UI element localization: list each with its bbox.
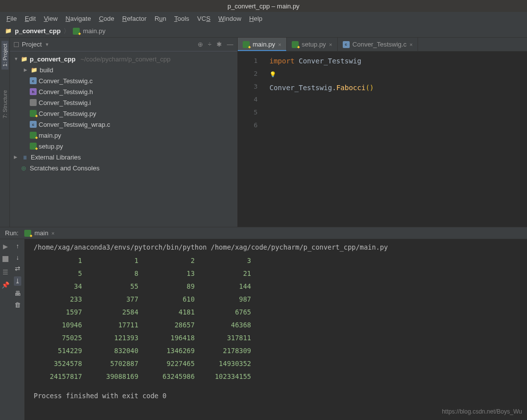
c-file-icon: c <box>343 41 350 48</box>
python-icon <box>73 28 80 35</box>
tree-root[interactable]: ▼ p_convert_cpp ~/code/pycharm/p_convert… <box>10 53 237 64</box>
arrow-down-icon: ▼ <box>14 56 19 61</box>
soft-wrap-icon[interactable]: ⇄ <box>15 265 20 272</box>
console-output[interactable]: /home/xag/anaconda3/envs/pytorch/bin/pyt… <box>25 239 527 420</box>
menu-window[interactable]: Window <box>215 13 245 24</box>
close-icon[interactable]: × <box>329 42 332 48</box>
project-view-icon <box>14 42 19 47</box>
console-cmd: /home/xag/anaconda3/envs/pytorch/bin/pyt… <box>34 243 518 251</box>
print-icon[interactable]: 🖶 <box>14 290 21 297</box>
folder-icon <box>31 66 38 73</box>
close-icon[interactable]: × <box>52 230 54 236</box>
menu-navigate[interactable]: Navigate <box>62 13 94 24</box>
tree-label: Conver_Testswig.h <box>39 88 93 96</box>
menu-refactor[interactable]: Refactor <box>119 13 150 24</box>
menu-run[interactable]: Run <box>151 13 170 24</box>
tree-label: External Libraries <box>31 154 81 161</box>
editor-panel: main.py × setup.py × c Conver_Testswig.c… <box>238 38 527 227</box>
run-config-name: main <box>34 229 48 237</box>
tree-label: Conver_Testswig.py <box>39 110 96 117</box>
left-toolbar: 1: Project 7: Structure <box>0 38 10 227</box>
tree-file[interactable]: c Conver_Testswig_wrap.c <box>10 119 237 130</box>
tree-label: Conver_Testswig_wrap.c <box>39 121 110 128</box>
locate-icon[interactable]: ⊕ <box>198 41 203 48</box>
tree-label: Conver_Testswig.c <box>39 77 93 85</box>
scroll-to-end-icon[interactable]: ⤓ <box>14 276 21 286</box>
tree-scratches[interactable]: ◎ Scratches and Consoles <box>10 162 237 173</box>
h-file-icon: h <box>30 88 37 95</box>
scratches-icon: ◎ <box>20 164 28 171</box>
breadcrumb-file[interactable]: main.py <box>83 27 105 35</box>
tab-main-py[interactable]: main.py × <box>238 38 287 51</box>
project-panel-header: Project ▼ ⊕ ÷ ✱ — <box>10 38 237 52</box>
tab-conver-c[interactable]: c Conver_Testswig.c × <box>338 38 419 51</box>
project-tree: ▼ p_convert_cpp ~/code/pycharm/p_convert… <box>10 52 237 227</box>
down-icon[interactable]: ↓ <box>16 254 19 261</box>
python-icon <box>30 143 37 150</box>
breadcrumb-sep: 〉 <box>63 27 70 36</box>
run-header: Run: main × <box>0 227 527 239</box>
tree-label: main.py <box>39 132 61 139</box>
menu-help[interactable]: Help <box>246 13 266 24</box>
c-file-icon: c <box>30 77 37 84</box>
layout-button[interactable]: ☰ <box>1 268 9 276</box>
sidebar-tab-project[interactable]: 1: Project <box>1 41 8 69</box>
gear-icon[interactable]: ✱ <box>216 41 222 48</box>
close-icon[interactable]: × <box>410 42 413 48</box>
menu-vcs[interactable]: VCS <box>194 13 214 24</box>
tab-label: main.py <box>253 41 275 48</box>
tree-root-path: ~/code/pycharm/p_convert_cpp <box>80 55 170 63</box>
arrow-right-icon: ▶ <box>14 155 19 159</box>
run-actions: ▶ ☰ 📌 <box>0 239 11 420</box>
tree-file[interactable]: c Conver_Testswig.c <box>10 75 237 86</box>
tree-folder-build[interactable]: ▶ build <box>10 64 237 75</box>
collapse-icon[interactable]: ÷ <box>208 41 211 48</box>
project-panel-title[interactable]: Project <box>22 41 42 48</box>
window-title: p_convert_cpp – main.py <box>227 2 299 10</box>
python-icon <box>292 41 299 48</box>
rerun-button[interactable]: ▶ <box>1 242 9 250</box>
intention-bulb-icon[interactable]: 💡 <box>269 71 276 78</box>
folder-icon <box>5 28 12 35</box>
run-config-tab[interactable]: main × <box>24 229 54 237</box>
watermark: https://blog.csdn.net/Boys_Wu <box>442 408 522 415</box>
close-icon[interactable]: × <box>278 42 281 48</box>
menu-tools[interactable]: Tools <box>171 13 193 24</box>
hide-icon[interactable]: — <box>227 41 233 48</box>
menu-edit[interactable]: Edit <box>21 13 39 24</box>
tree-label: Scratches and Consoles <box>30 164 100 172</box>
breadcrumb: p_convert_cpp 〉 main.py <box>0 25 527 38</box>
folder-icon <box>21 55 28 62</box>
tree-ext-libraries[interactable]: ▶ ⫼ External Libraries <box>10 152 237 162</box>
tree-file[interactable]: h Conver_Testswig.h <box>10 86 237 97</box>
tree-label: Conver_Testswig.i <box>39 99 91 106</box>
breadcrumb-project[interactable]: p_convert_cpp <box>15 27 60 35</box>
menu-file[interactable]: File <box>3 13 20 24</box>
menu-view[interactable]: View <box>40 13 61 24</box>
python-icon <box>30 132 37 139</box>
tree-file[interactable]: Conver_Testswig.py <box>10 108 237 119</box>
tree-root-name: p_convert_cpp <box>30 55 75 63</box>
title-bar: p_convert_cpp – main.py <box>0 0 527 12</box>
editor-body[interactable]: 123456 import Conver_Testswig 💡 Conver_T… <box>238 52 527 227</box>
tab-label: Conver_Testswig.c <box>353 41 407 48</box>
tree-label: setup.py <box>39 143 63 150</box>
up-icon[interactable]: ↑ <box>16 242 19 250</box>
tree-file[interactable]: Conver_Testswig.i <box>10 97 237 108</box>
console-actions: ↑ ↓ ⇄ ⤓ 🖶 🗑 <box>11 239 25 420</box>
sidebar-tab-structure[interactable]: 7: Structure <box>1 87 8 121</box>
pin-button[interactable]: 📌 <box>1 281 9 289</box>
menu-code[interactable]: Code <box>96 13 118 24</box>
chevron-down-icon[interactable]: ▼ <box>45 42 49 47</box>
c-file-icon: c <box>30 121 37 128</box>
code-area[interactable]: import Conver_Testswig 💡 Conver_Testswig… <box>263 52 374 227</box>
tree-file[interactable]: setup.py <box>10 141 237 152</box>
stop-button[interactable] <box>1 255 9 263</box>
tab-setup-py[interactable]: setup.py × <box>287 38 338 51</box>
text-file-icon <box>30 99 37 106</box>
tree-file[interactable]: main.py <box>10 130 237 141</box>
trash-icon[interactable]: 🗑 <box>14 301 21 309</box>
project-panel: Project ▼ ⊕ ÷ ✱ — ▼ p_convert_cpp ~/code… <box>10 38 238 227</box>
run-title: Run: <box>5 229 18 237</box>
console-numbers: 1 1 2 3 5 8 13 21 34 55 89 144 233 377 6… <box>34 254 518 383</box>
